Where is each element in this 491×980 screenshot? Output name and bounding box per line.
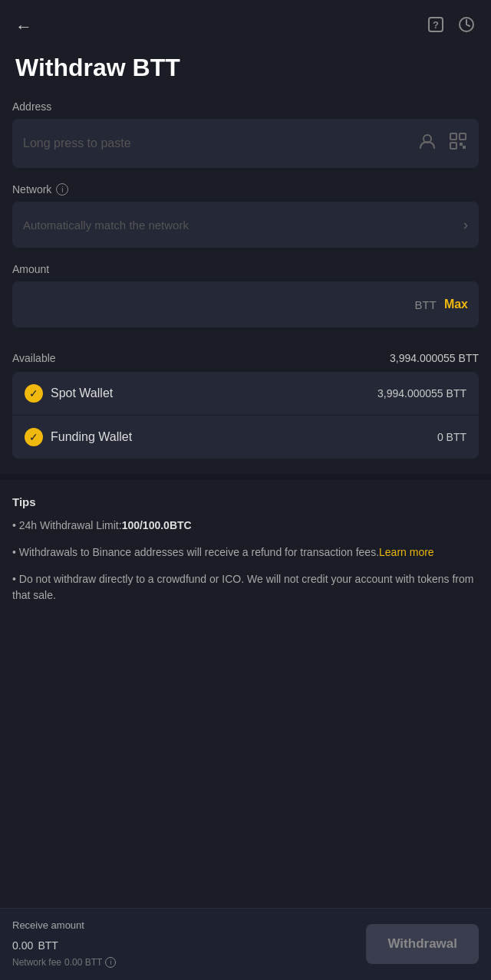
contact-icon[interactable]	[417, 131, 437, 156]
help-icon[interactable]: ?	[427, 15, 445, 38]
back-button[interactable]: ←	[15, 17, 32, 37]
network-info-icon[interactable]: i	[56, 183, 68, 196]
qr-scan-icon[interactable]	[448, 131, 468, 156]
network-section: Network i Automatically match the networ…	[0, 183, 491, 263]
receive-fee: Network fee 0.00 BTT i	[12, 957, 116, 968]
funding-wallet-row[interactable]: ✓ Funding Wallet 0 BTT	[12, 415, 479, 459]
page-title: Withdraw BTT	[0, 46, 491, 100]
learn-more-link[interactable]: Learn more	[379, 546, 434, 558]
funding-wallet-name: Funding Wallet	[51, 430, 132, 444]
tips-section: Tips • 24h Withdrawal Limit:100/100.0BTC…	[0, 480, 491, 630]
receive-label: Receive amount	[12, 919, 116, 931]
amount-section: Amount BTT Max	[0, 263, 491, 343]
address-section: Address Long press to paste	[0, 100, 491, 183]
max-button[interactable]: Max	[444, 298, 468, 311]
funding-wallet-left: ✓ Funding Wallet	[25, 428, 132, 446]
amount-input-box[interactable]: BTT Max	[12, 281, 479, 327]
network-label: Network i	[12, 183, 479, 196]
funding-wallet-check-icon: ✓	[25, 428, 43, 446]
available-row: Available 3,994.000055 BTT	[0, 343, 491, 369]
withdraw-button[interactable]: Withdrawal	[366, 924, 479, 964]
divider	[0, 474, 491, 480]
chevron-right-icon: ›	[463, 217, 468, 233]
amount-label: Amount	[12, 263, 479, 275]
svg-rect-4	[450, 133, 456, 140]
spot-wallet-check-icon: ✓	[25, 384, 43, 403]
bottom-bar: Receive amount 0.00 BTT Network fee 0.00…	[0, 908, 491, 980]
tip-item-3: • Do not withdraw directly to a crowdfun…	[12, 571, 479, 603]
svg-rect-8	[463, 146, 466, 149]
tips-title: Tips	[12, 495, 479, 508]
tip-item-2: • Withdrawals to Binance addresses will …	[12, 544, 479, 561]
svg-rect-6	[450, 143, 456, 149]
address-input-box[interactable]: Long press to paste	[12, 119, 479, 168]
tip-item-1: • 24h Withdrawal Limit:100/100.0BTC	[12, 518, 479, 534]
tip-bold-1: 100/100.0BTC	[122, 519, 192, 531]
amount-currency: BTT	[415, 298, 437, 311]
funding-wallet-amount: 0 BTT	[437, 431, 466, 443]
network-placeholder: Automatically match the network	[23, 219, 189, 232]
receive-info: Receive amount 0.00 BTT Network fee 0.00…	[12, 919, 116, 968]
header-right: ?	[427, 15, 476, 38]
receive-amount: 0.00 BTT	[12, 934, 116, 954]
header: ← ?	[0, 0, 491, 46]
available-value: 3,994.000055 BTT	[390, 352, 479, 364]
header-left: ←	[15, 17, 32, 37]
address-label: Address	[12, 100, 479, 113]
spot-wallet-row[interactable]: ✓ Spot Wallet 3,994.000055 BTT	[12, 372, 479, 415]
available-label: Available	[12, 352, 56, 364]
svg-rect-5	[460, 133, 466, 140]
spot-wallet-name: Spot Wallet	[51, 386, 113, 400]
fee-info-icon[interactable]: i	[105, 957, 116, 968]
network-select[interactable]: Automatically match the network ›	[12, 202, 479, 248]
address-placeholder: Long press to paste	[23, 136, 417, 150]
history-icon[interactable]	[457, 15, 476, 38]
wallet-container: ✓ Spot Wallet 3,994.000055 BTT ✓ Funding…	[12, 372, 479, 459]
spot-wallet-left: ✓ Spot Wallet	[25, 384, 113, 403]
svg-rect-7	[460, 143, 463, 146]
svg-text:?: ?	[433, 19, 439, 31]
spot-wallet-amount: 3,994.000055 BTT	[377, 387, 466, 400]
address-input-icons	[417, 131, 468, 156]
